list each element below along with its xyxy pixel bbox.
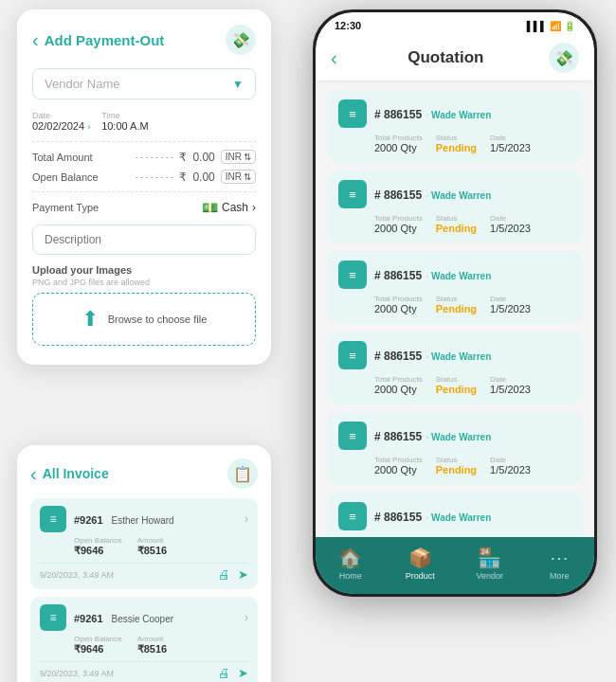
status-time: 12:30 [335,20,361,31]
vendor-placeholder: Vendor Name [45,77,120,91]
q-status-2: Status Pending [436,295,477,314]
open-balance-label: Open Balance [32,171,132,183]
q-date-1: Date 1/5/2023 [490,214,531,234]
description-input[interactable] [32,224,256,255]
upload-browse-text: Browse to choose file [108,314,208,325]
payment-type-row: Payment Type 💵 Cash › [32,200,256,215]
divider-2 [32,191,256,192]
phone-back-button[interactable]: ‹ [331,47,337,69]
q-date-2: Date 1/5/2023 [490,295,531,314]
date-time-row: Date 02/02/2024 › Time 10:00 A.M [32,111,256,132]
q-details-1: Total Products 2000 Qty Status Pending D… [338,214,571,234]
phone-screen-title: Quotation [343,48,549,67]
invoice-footer-0: 9/20/2023, 3:49 AM 🖨 ➤ [40,563,248,582]
phone-header: ‹ Quotation 💸 [316,35,594,81]
print-icon-0[interactable]: 🖨 [218,567,230,582]
q-date-3: Date 1/5/2023 [490,375,531,395]
phone-mockup: 12:30 ▌▌▌ 📶 🔋 ‹ Quotation 💸 ≡ # 886155 [313,9,597,597]
invoice-doc-icon-1: ≡ [40,604,66,631]
upload-section: Upload your Images PNG and JPG files are… [32,264,256,346]
quotation-card-3[interactable]: ≡ # 886155 · Wade Warren Total Products … [327,332,583,404]
invoice-card-0[interactable]: ≡ #9261 Esther Howard › Open Balance ₹96… [30,498,258,589]
invoice-card-info-0: #9261 Esther Howard [74,511,237,528]
nav-item-product[interactable]: 📦 Product [396,547,444,581]
add-payment-panel: ‹ Add Payment-Out 💸 Vendor Name ▼ Date 0… [17,9,271,365]
date-label: Date [32,111,90,120]
status-icons: ▌▌▌ 📶 🔋 [527,21,575,31]
invoice-chevron-1: › [245,611,248,624]
invoice-avatar-icon: 📋 [227,458,258,489]
nav-item-home[interactable]: 🏠 Home [327,547,374,581]
q-details-3: Total Products 2000 Qty Status Pending D… [338,375,571,395]
payment-panel-header: ‹ Add Payment-Out 💸 [32,25,256,55]
invoice-card-info-1: #9261 Bessie Cooper [74,609,237,626]
invoice-chevron-0: › [245,512,248,526]
quotation-card-5[interactable]: ≡ # 886155 · Wade Warren Total Products … [327,493,583,537]
q-products-2: Total Products 2000 Qty [374,295,423,314]
q-doc-icon-1: ≡ [338,180,367,208]
nav-item-more[interactable]: ⋯ More [535,547,583,581]
quotation-card-1[interactable]: ≡ # 886155 · Wade Warren Total Products … [327,170,583,243]
q-doc-icon-2: ≡ [338,260,367,289]
signal-icon: ▌▌▌ [527,21,547,31]
invoice-panel-header: ‹ All Invoice 📋 [30,458,258,489]
q-card-top-0: ≡ # 886155 · Wade Warren [338,99,571,128]
cash-icon: 💵 [202,200,218,215]
nav-item-vendor[interactable]: 🏪 Vendor [466,547,514,581]
product-icon: 📦 [408,547,432,569]
invoice-card-top-1: ≡ #9261 Bessie Cooper › [40,604,248,631]
q-date-4: Date 1/5/2023 [490,456,531,476]
q-doc-icon-5: ≡ [338,502,367,530]
q-id-name-3: # 886155 · Wade Warren [374,347,491,364]
q-products-1: Total Products 2000 Qty [374,214,423,234]
invoice-back-button[interactable]: ‹ [30,463,37,485]
quotation-card-0[interactable]: ≡ # 886155 · Wade Warren Total Products … [327,90,583,163]
all-invoice-panel: ‹ All Invoice 📋 ≡ #9261 Esther Howard › … [17,445,271,682]
date-block[interactable]: Date 02/02/2024 › [32,111,90,132]
open-balance-row: Open Balance -------- ₹ 0.00 INR ⇅ [32,170,256,184]
q-id-name-0: # 886155 · Wade Warren [374,105,491,122]
q-date-0: Date 1/5/2023 [490,134,531,153]
payment-back-button[interactable]: ‹ [32,29,39,51]
date-value: 02/02/2024 › [32,120,90,132]
q-status-0: Status Pending [436,134,477,153]
open-balance-block-0: Open Balance ₹9646 [74,536,122,557]
bottom-nav: 🏠 Home 📦 Product 🏪 Vendor ⋯ More [316,537,594,594]
print-icon-1[interactable]: 🖨 [218,666,230,680]
quotation-card-2[interactable]: ≡ # 886155 · Wade Warren Total Products … [327,251,583,324]
vendor-nav-label: Vendor [476,571,503,581]
phone-logo-icon: 💸 [549,43,579,73]
q-doc-icon-3: ≡ [338,341,367,369]
q-details-4: Total Products 2000 Qty Status Pending D… [338,456,571,476]
more-icon: ⋯ [550,547,569,569]
battery-icon: 🔋 [564,21,575,31]
q-products-0: Total Products 2000 Qty [374,134,423,153]
open-balance-currency[interactable]: INR ⇅ [221,170,256,184]
q-id-name-2: # 886155 · Wade Warren [374,266,491,283]
phone-screen: 12:30 ▌▌▌ 📶 🔋 ‹ Quotation 💸 ≡ # 886155 [316,12,594,594]
home-nav-label: Home [339,571,362,581]
open-balance-value: 0.00 [192,170,214,184]
q-id-name-4: # 886155 · Wade Warren [374,427,491,444]
invoice-amounts-0: Open Balance ₹9646 Amount ₹8516 [40,536,248,557]
quotation-card-4[interactable]: ≡ # 886155 · Wade Warren Total Products … [327,412,583,485]
upload-box[interactable]: ⬆ Browse to choose file [32,293,256,346]
share-icon-1[interactable]: ➤ [238,666,248,680]
total-amount-label: Total Amount [32,152,132,163]
invoice-card-1[interactable]: ≡ #9261 Bessie Cooper › Open Balance ₹96… [30,597,258,682]
vendor-name-select[interactable]: Vendor Name ▼ [32,68,256,99]
invoice-date-1: 9/20/2023, 3:49 AM [40,669,114,678]
share-icon-0[interactable]: ➤ [238,567,248,582]
payment-type-label: Payment Type [32,202,202,213]
invoice-footer-1: 9/20/2023, 3:49 AM 🖨 ➤ [40,661,248,680]
upload-icon: ⬆ [82,307,99,332]
total-amount-row: Total Amount -------- ₹ 0.00 INR ⇅ [32,150,256,164]
invoice-amounts-1: Open Balance ₹9646 Amount ₹8516 [40,635,248,655]
time-value: 10:00 A.M [101,120,149,132]
payment-type-chevron: › [252,201,256,214]
total-amount-currency[interactable]: INR ⇅ [221,150,256,164]
open-balance-symbol: ₹ [179,170,187,184]
q-card-top-2: ≡ # 886155 · Wade Warren [338,260,571,289]
payment-type-value[interactable]: 💵 Cash › [202,200,256,215]
total-amount-value: 0.00 [192,151,214,164]
